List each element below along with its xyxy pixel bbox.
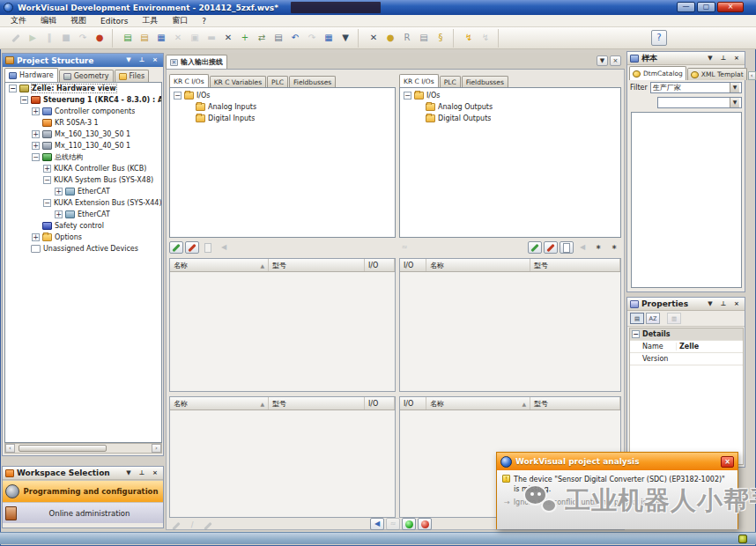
unmap-signal-button[interactable]: [544, 241, 558, 254]
tree-expander-icon[interactable]: −: [43, 199, 51, 207]
pause-icon[interactable]: ‖: [41, 30, 57, 46]
project-tab[interactable]: Files: [115, 70, 150, 82]
project-tab[interactable]: Hardware: [4, 68, 58, 82]
tree-item[interactable]: − KUKA Extension Bus (SYS-X44): [5, 197, 161, 209]
clipboard-icon[interactable]: ▤: [416, 30, 432, 46]
menu-item[interactable]: 视图: [63, 15, 93, 26]
code-icon[interactable]: §: [433, 30, 448, 46]
tree-expander-icon[interactable]: −: [9, 85, 17, 92]
tree-item[interactable]: + Mx_110_130_40_S0 1: [5, 140, 161, 151]
green-led-button[interactable]: [402, 518, 416, 530]
project-tab[interactable]: Geometry: [59, 70, 114, 82]
minimize-button[interactable]: —: [677, 2, 695, 12]
tree-item[interactable]: + KUKA Controller Bus (KCB): [5, 163, 161, 174]
save-project-icon[interactable]: ▦: [153, 30, 169, 46]
print-icon[interactable]: ▤: [271, 30, 286, 46]
tree-item[interactable]: − Steuerung 1 (KRC4 - 8.3.0) : Acti: [5, 94, 161, 106]
io-target-tab[interactable]: PLC: [440, 76, 461, 87]
edit-pencil-icon[interactable]: [8, 30, 24, 46]
record-icon[interactable]: ●: [92, 30, 107, 46]
workspace-item[interactable]: Online administration: [3, 502, 163, 523]
manufacturer-filter-select[interactable]: 生产厂家 ▼: [650, 82, 742, 93]
mute-speaker-icon[interactable]: ◀: [217, 241, 231, 254]
unmap-signal-button[interactable]: [185, 241, 199, 254]
play-icon[interactable]: ▶: [25, 30, 41, 46]
red-led-button[interactable]: [418, 518, 432, 530]
panel-menu-caret-icon[interactable]: ▼: [705, 54, 715, 63]
copy-icon[interactable]: ▣: [187, 30, 203, 46]
column-header-type[interactable]: 型号: [269, 397, 365, 410]
tree-expander-icon[interactable]: +: [32, 130, 40, 138]
wave-icon[interactable]: ≈: [386, 518, 400, 530]
add-device-icon[interactable]: +: [237, 30, 253, 46]
tree-item[interactable]: KR 50SA-3 1: [5, 117, 161, 129]
swap-icon[interactable]: ⇄: [254, 30, 270, 46]
panel-pin-icon[interactable]: ⊥: [137, 55, 147, 65]
panel-close-icon[interactable]: ×: [731, 299, 742, 309]
property-pages-button[interactable]: ▥: [667, 313, 681, 324]
dialog-title-bar[interactable]: WorkVisual project analysis ×: [497, 453, 737, 470]
tree-expander-icon[interactable]: +: [32, 233, 40, 241]
catalog-select[interactable]: ▼: [657, 97, 742, 108]
group-collapse-icon[interactable]: −: [632, 330, 640, 338]
open-project-icon[interactable]: ▤: [137, 30, 152, 46]
panel-menu-caret-icon[interactable]: ▼: [123, 55, 134, 65]
tree-expander-icon[interactable]: −: [43, 176, 51, 184]
panel-pin-icon[interactable]: ⊥: [137, 469, 147, 478]
pin-down-icon[interactable]: ∗: [607, 241, 621, 254]
tab-scroll-left-icon[interactable]: ‹: [748, 71, 756, 80]
column-header-name[interactable]: 名称▲: [170, 259, 269, 271]
panel-close-icon[interactable]: ×: [150, 469, 160, 478]
panel-menu-caret-icon[interactable]: ▼: [123, 469, 134, 478]
tree-item[interactable]: − I/Os: [170, 90, 395, 101]
search-icon[interactable]: R: [399, 30, 415, 46]
deploy-icon[interactable]: ↯: [461, 30, 477, 46]
lock-icon[interactable]: ●: [382, 30, 398, 46]
catalog-list[interactable]: [631, 112, 742, 288]
menu-item[interactable]: 文件: [4, 15, 33, 26]
stop-icon[interactable]: ■: [58, 30, 74, 46]
panel-close-icon[interactable]: ×: [150, 55, 160, 65]
close-button[interactable]: ×: [717, 2, 744, 12]
pin-up-icon[interactable]: ∗: [591, 241, 605, 254]
menu-item[interactable]: 工具: [135, 15, 165, 26]
tree-item[interactable]: + EtherCAT: [5, 186, 161, 197]
column-header-type[interactable]: 型号: [530, 397, 620, 410]
tree-item[interactable]: + EtherCAT: [5, 209, 161, 220]
column-header-type[interactable]: 型号: [269, 259, 365, 271]
document-tab[interactable]: ✕ 输入输出接线: [166, 55, 227, 69]
tree-item[interactable]: + Mx_160_130_30_S0 1: [5, 129, 161, 140]
connect-icon[interactable]: ≈: [397, 241, 411, 254]
tree-item[interactable]: − I/Os: [400, 90, 620, 101]
tree-item[interactable]: Analog Outputs: [400, 101, 620, 113]
panel-pin-icon[interactable]: ⊥: [718, 54, 729, 63]
panel-pin-icon[interactable]: ⊥: [718, 299, 729, 309]
maximize-button[interactable]: ▢: [697, 2, 715, 12]
menu-item[interactable]: Editors: [93, 17, 135, 26]
redo-icon[interactable]: ↷: [304, 30, 320, 46]
column-header-io[interactable]: I/O: [400, 397, 426, 410]
tree-item[interactable]: Unassigned Active Devices: [5, 243, 161, 255]
tree-item[interactable]: − Zelle: Hardware view: [5, 83, 161, 94]
tree-item[interactable]: Digital Inputs: [170, 113, 395, 124]
categorize-button[interactable]: ▤: [630, 313, 644, 324]
column-header-type[interactable]: 型号: [530, 259, 620, 271]
speaker-icon[interactable]: ◀: [370, 518, 384, 530]
tree-item[interactable]: Safety control: [5, 220, 161, 232]
map-signal-button[interactable]: [169, 241, 183, 254]
panel-close-icon[interactable]: ×: [731, 54, 742, 63]
tree-item[interactable]: + Controller components: [5, 106, 161, 117]
horizontal-scrollbar[interactable]: ‹ ›: [4, 443, 162, 454]
help-button[interactable]: ?: [651, 30, 667, 46]
property-group-row[interactable]: − Details: [630, 328, 743, 341]
catalog-tab[interactable]: DtmCatalog: [629, 66, 686, 80]
tree-expander-icon[interactable]: +: [32, 107, 40, 115]
workspace-item[interactable]: Programming and configuration: [3, 480, 163, 502]
delete-icon[interactable]: ✕: [220, 30, 236, 46]
speaker-icon[interactable]: ◀: [575, 241, 589, 254]
chevron-down-icon[interactable]: ▼: [730, 98, 739, 107]
column-header-name[interactable]: 名称: [426, 259, 530, 271]
tree-item[interactable]: − KUKA System Bus (SYS-X48): [5, 174, 161, 186]
tab-list-caret-icon[interactable]: ▼: [597, 55, 608, 66]
dialog-close-button[interactable]: ×: [721, 456, 734, 468]
